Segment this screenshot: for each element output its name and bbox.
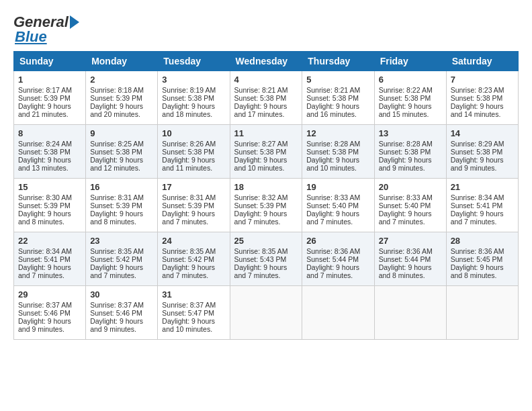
calendar-cell: 8 Sunrise: 8:24 AM Sunset: 5:38 PM Dayli… — [14, 125, 86, 179]
calendar-cell: 14 Sunrise: 8:29 AM Sunset: 5:38 PM Dayl… — [446, 125, 518, 179]
sunrise-text: Sunrise: 8:23 AM — [451, 86, 504, 94]
calendar-cell: 16 Sunrise: 8:31 AM Sunset: 5:39 PM Dayl… — [86, 179, 158, 232]
logo-blue-text: Blue — [15, 28, 47, 45]
weekday-header-tuesday: Tuesday — [158, 52, 230, 71]
calendar-cell: 13 Sunrise: 8:28 AM Sunset: 5:38 PM Dayl… — [374, 125, 446, 179]
calendar-cell: 3 Sunrise: 8:19 AM Sunset: 5:38 PM Dayli… — [158, 71, 230, 125]
daylight-text: Daylight: 9 hours and 11 minutes. — [162, 156, 215, 172]
day-number: 29 — [18, 289, 81, 300]
weekday-header-friday: Friday — [374, 52, 446, 71]
daylight-text: Daylight: 9 hours and 16 minutes. — [306, 102, 359, 118]
day-number: 10 — [162, 128, 225, 138]
daylight-text: Daylight: 9 hours and 15 minutes. — [379, 102, 432, 118]
calendar-cell: 9 Sunrise: 8:25 AM Sunset: 5:38 PM Dayli… — [86, 125, 158, 179]
calendar-cell: 7 Sunrise: 8:23 AM Sunset: 5:38 PM Dayli… — [446, 71, 518, 125]
daylight-text: Daylight: 9 hours and 7 minutes. — [379, 210, 432, 226]
sunset-text: Sunset: 5:39 PM — [18, 201, 71, 210]
calendar-cell: 12 Sunrise: 8:28 AM Sunset: 5:38 PM Dayl… — [302, 125, 374, 179]
sunset-text: Sunset: 5:46 PM — [18, 309, 71, 317]
day-number: 31 — [162, 289, 225, 300]
sunset-text: Sunset: 5:47 PM — [162, 309, 214, 317]
sunrise-text: Sunrise: 8:37 AM — [90, 301, 144, 309]
sunrise-text: Sunrise: 8:27 AM — [234, 140, 288, 148]
calendar-cell — [302, 286, 374, 340]
sunrise-text: Sunrise: 8:35 AM — [234, 247, 288, 255]
sunrise-text: Sunrise: 8:22 AM — [379, 86, 433, 94]
day-number: 11 — [234, 128, 298, 138]
sunrise-text: Sunrise: 8:31 AM — [162, 193, 216, 201]
day-number: 26 — [306, 236, 369, 246]
sunrise-text: Sunrise: 8:31 AM — [90, 193, 144, 201]
calendar-cell: 29 Sunrise: 8:37 AM Sunset: 5:46 PM Dayl… — [14, 286, 86, 340]
sunset-text: Sunset: 5:38 PM — [162, 148, 214, 156]
sunrise-text: Sunrise: 8:34 AM — [451, 193, 504, 201]
sunrise-text: Sunrise: 8:36 AM — [379, 247, 433, 255]
sunrise-text: Sunrise: 8:17 AM — [18, 86, 72, 94]
sunrise-text: Sunrise: 8:36 AM — [451, 247, 504, 255]
daylight-text: Daylight: 9 hours and 12 minutes. — [90, 156, 143, 172]
calendar-cell: 17 Sunrise: 8:31 AM Sunset: 5:39 PM Dayl… — [158, 179, 230, 232]
day-number: 19 — [306, 182, 369, 192]
daylight-text: Daylight: 9 hours and 8 minutes. — [379, 263, 432, 279]
sunrise-text: Sunrise: 8:24 AM — [18, 140, 72, 148]
sunset-text: Sunset: 5:41 PM — [18, 255, 71, 263]
sunset-text: Sunset: 5:40 PM — [379, 201, 431, 210]
day-number: 2 — [90, 75, 153, 85]
sunrise-text: Sunrise: 8:36 AM — [306, 247, 360, 255]
calendar-table: SundayMondayTuesdayWednesdayThursdayFrid… — [13, 51, 519, 340]
day-number: 5 — [306, 75, 369, 85]
day-number: 7 — [451, 75, 514, 85]
sunset-text: Sunset: 5:38 PM — [379, 148, 431, 156]
calendar-cell: 2 Sunrise: 8:18 AM Sunset: 5:39 PM Dayli… — [86, 71, 158, 125]
sunrise-text: Sunrise: 8:21 AM — [234, 86, 288, 94]
daylight-text: Daylight: 9 hours and 9 minutes. — [379, 156, 432, 172]
daylight-text: Daylight: 9 hours and 8 minutes. — [18, 210, 71, 226]
calendar-cell: 23 Sunrise: 8:35 AM Sunset: 5:42 PM Dayl… — [86, 232, 158, 286]
calendar-cell: 31 Sunrise: 8:37 AM Sunset: 5:47 PM Dayl… — [158, 286, 230, 340]
sunset-text: Sunset: 5:38 PM — [306, 148, 359, 156]
sunset-text: Sunset: 5:39 PM — [18, 94, 71, 102]
sunset-text: Sunset: 5:39 PM — [234, 201, 287, 210]
sunrise-text: Sunrise: 8:30 AM — [18, 193, 72, 201]
daylight-text: Daylight: 9 hours and 10 minutes. — [306, 156, 359, 172]
day-number: 21 — [451, 182, 514, 192]
day-number: 18 — [234, 182, 298, 192]
daylight-text: Daylight: 9 hours and 7 minutes. — [18, 263, 71, 279]
sunrise-text: Sunrise: 8:21 AM — [306, 86, 360, 94]
weekday-header-monday: Monday — [86, 52, 158, 71]
day-number: 14 — [451, 128, 514, 138]
sunrise-text: Sunrise: 8:37 AM — [18, 301, 72, 309]
daylight-text: Daylight: 9 hours and 18 minutes. — [162, 102, 215, 118]
day-number: 17 — [162, 182, 225, 192]
sunrise-text: Sunrise: 8:28 AM — [306, 140, 360, 148]
daylight-text: Daylight: 9 hours and 10 minutes. — [162, 317, 215, 333]
day-number: 4 — [234, 75, 298, 85]
calendar-week-row: 22 Sunrise: 8:34 AM Sunset: 5:41 PM Dayl… — [14, 232, 519, 286]
sunset-text: Sunset: 5:39 PM — [162, 201, 214, 210]
calendar-cell: 10 Sunrise: 8:26 AM Sunset: 5:38 PM Dayl… — [158, 125, 230, 179]
daylight-text: Daylight: 9 hours and 13 minutes. — [18, 156, 71, 172]
daylight-text: Daylight: 9 hours and 10 minutes. — [234, 156, 287, 172]
sunset-text: Sunset: 5:44 PM — [306, 255, 359, 263]
sunrise-text: Sunrise: 8:37 AM — [162, 301, 216, 309]
sunrise-text: Sunrise: 8:26 AM — [162, 140, 216, 148]
day-number: 13 — [379, 128, 442, 138]
daylight-text: Daylight: 9 hours and 9 minutes. — [90, 317, 143, 333]
day-number: 3 — [162, 75, 225, 85]
calendar-cell: 18 Sunrise: 8:32 AM Sunset: 5:39 PM Dayl… — [230, 179, 302, 232]
weekday-header-thursday: Thursday — [302, 52, 374, 71]
daylight-text: Daylight: 9 hours and 7 minutes. — [234, 210, 287, 226]
day-number: 28 — [451, 236, 514, 246]
day-number: 24 — [162, 236, 225, 246]
calendar-cell: 24 Sunrise: 8:35 AM Sunset: 5:42 PM Dayl… — [158, 232, 230, 286]
calendar-cell — [374, 286, 446, 340]
sunrise-text: Sunrise: 8:19 AM — [162, 86, 216, 94]
sunset-text: Sunset: 5:38 PM — [18, 148, 71, 156]
sunset-text: Sunset: 5:43 PM — [234, 255, 287, 263]
sunset-text: Sunset: 5:38 PM — [306, 94, 359, 102]
calendar-cell: 6 Sunrise: 8:22 AM Sunset: 5:38 PM Dayli… — [374, 71, 446, 125]
sunset-text: Sunset: 5:44 PM — [379, 255, 431, 263]
sunset-text: Sunset: 5:42 PM — [162, 255, 214, 263]
weekday-header-sunday: Sunday — [14, 52, 86, 71]
calendar-cell: 21 Sunrise: 8:34 AM Sunset: 5:41 PM Dayl… — [446, 179, 518, 232]
